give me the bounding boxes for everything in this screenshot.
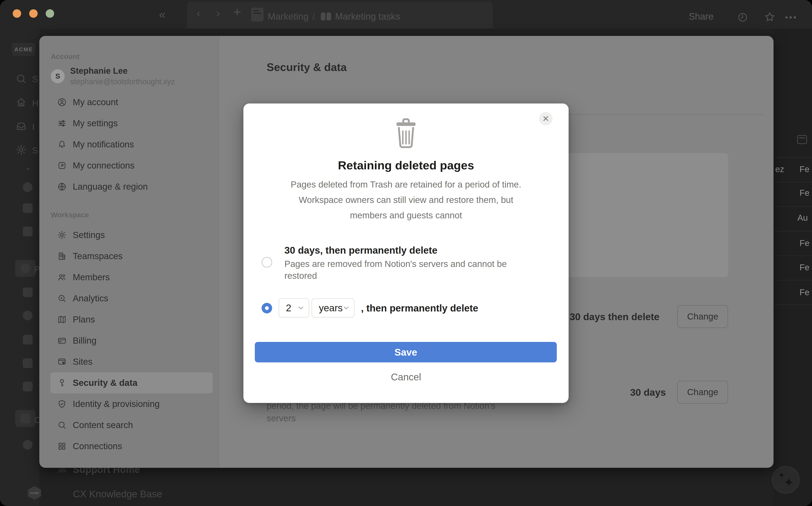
nav-item-label: Security & data (73, 378, 137, 388)
home-icon[interactable] (15, 96, 27, 108)
traffic-light-close[interactable] (13, 9, 21, 18)
ai-assistant-button[interactable]: ✦ ✦ (772, 466, 800, 494)
sidebar-page-highlight[interactable] (15, 410, 36, 427)
nav-item-label: My connections (73, 161, 134, 171)
breadcrumb-page[interactable]: Marketing tasks (335, 12, 400, 21)
nav-item-my-account[interactable]: My account (50, 92, 213, 113)
nav-item-connections[interactable]: Connections (50, 436, 213, 457)
teamspace-icon[interactable] (23, 227, 32, 236)
nav-item-members[interactable]: Members (50, 267, 213, 288)
save-button[interactable]: Save (255, 342, 557, 362)
top-bar: « ‹ › + Marketing / Marketing tasks Shar… (0, 0, 812, 28)
nav-item-label: Content search (73, 420, 133, 430)
inbox-icon[interactable] (15, 120, 27, 132)
settings-gear-icon[interactable] (15, 144, 27, 156)
page-icon-emoji[interactable] (23, 440, 32, 450)
page-icon-emoji[interactable] (23, 335, 32, 344)
calendar-icon (797, 135, 807, 144)
nav-item-label: My account (73, 97, 118, 107)
modal-description-line: Pages deleted from Trash are retained fo… (244, 179, 568, 190)
number-dropdown[interactable]: 2 (279, 299, 309, 317)
modal-description-line: Workspace owners can still view and rest… (244, 195, 568, 205)
nav-item-content-search[interactable]: Content search (50, 415, 213, 436)
map-icon (57, 315, 67, 324)
globe-icon (57, 182, 67, 191)
nav-item-label: Teamspaces (73, 251, 123, 261)
nav-item-language-region[interactable]: Language & region (50, 176, 213, 197)
modal-title: Retaining deleted pages (244, 158, 568, 172)
close-icon[interactable]: ✕ (539, 112, 552, 125)
nav-item-my-notifications[interactable]: My notifications (50, 134, 213, 155)
nav-item-settings[interactable]: Settings (50, 225, 213, 246)
share-button[interactable]: Share (689, 12, 714, 21)
credit-card-icon (57, 336, 67, 345)
unit-dropdown[interactable]: years (312, 299, 354, 317)
sidebar-label-peek: S (32, 74, 38, 84)
chevron-down-icon (343, 306, 349, 310)
traffic-light-zoom[interactable] (46, 9, 54, 18)
nav-item-label: Connections (73, 441, 122, 451)
magnifier-sparkle-icon (57, 293, 67, 303)
new-tab-icon[interactable]: + (233, 7, 241, 16)
modal-description-line: members and guests cannot (244, 210, 568, 221)
workspace-logo[interactable]: ACME (12, 43, 36, 56)
favorite-star-icon[interactable] (764, 11, 775, 23)
table-cell-fragment: ez (775, 165, 784, 174)
option-30-days-subtext: restored (284, 270, 317, 282)
cancel-button[interactable]: Cancel (244, 371, 568, 383)
table-cell-fragment: Fe (800, 188, 809, 198)
nav-item-plans[interactable]: Plans (50, 309, 213, 330)
avatar: S (51, 69, 65, 83)
nav-item-sites[interactable]: Sites (50, 351, 213, 372)
nav-item-label: Analytics (73, 293, 108, 304)
page-icon-emoji[interactable] (23, 358, 32, 368)
sidebar-collapse-icon[interactable]: « (159, 10, 165, 19)
table-cell-fragment: Fe (800, 238, 809, 248)
option-30-days-subtext: Pages are removed from Notion's servers … (284, 258, 507, 270)
nav-item-billing[interactable]: Billing (50, 330, 213, 351)
radio-30-days[interactable] (262, 257, 272, 268)
nav-item-security-data[interactable]: Security & data (50, 372, 213, 394)
clock-icon[interactable] (737, 12, 748, 23)
chevron-down-icon[interactable]: ⌄ (25, 163, 31, 172)
page-icon-emoji[interactable] (23, 382, 32, 391)
sidebar-item-cx-knowledge-base[interactable]: CX Knowledge Base (73, 488, 162, 500)
change-button[interactable]: Change (677, 381, 728, 404)
sparkle-icon: ✦ (784, 475, 794, 490)
nav-item-label: Members (73, 272, 110, 282)
search-icon[interactable] (15, 73, 27, 85)
nav-item-label: My settings (73, 118, 118, 129)
nav-item-identity-provisioning[interactable]: Identity & provisioning (50, 394, 213, 415)
key-icon (57, 378, 67, 388)
breadcrumb-parent[interactable]: Marketing (268, 12, 309, 21)
nav-item-label: Identity & provisioning (73, 399, 160, 409)
teamspace-icon[interactable] (23, 182, 32, 192)
nav-item-teamspaces[interactable]: Teamspaces (50, 246, 213, 267)
nav-item-my-settings[interactable]: My settings (50, 113, 213, 134)
background-table-strip: ez Fe Fe Au Fe Fe Fe (773, 28, 812, 506)
teamspace-icon[interactable] (23, 203, 32, 213)
back-icon[interactable]: ‹ (197, 8, 200, 18)
page-icon-emoji[interactable] (23, 287, 32, 297)
page-icon-emoji[interactable] (23, 311, 32, 320)
breadcrumb: Marketing / Marketing tasks (268, 12, 400, 21)
unit-dropdown-value: years (319, 302, 343, 314)
change-button[interactable]: Change (677, 305, 728, 328)
forward-icon[interactable]: › (216, 8, 220, 18)
sidebar-label-peek: H (32, 98, 39, 108)
more-options-icon[interactable]: ••• (785, 13, 798, 22)
sidebar-page-highlight[interactable] (15, 260, 36, 277)
table-cell-fragment: Fe (800, 287, 809, 297)
arrow-box-icon (57, 161, 67, 170)
sidebar-label-peek: I (32, 122, 35, 132)
radio-custom-period[interactable] (262, 303, 272, 313)
setting-description: servers (267, 412, 296, 424)
retention-modal: ✕ Retaining deleted pages Pages deleted … (244, 103, 568, 403)
user-profile: S Stephanie Lee stephanie@toolsforthough… (51, 66, 213, 86)
option-30-days-label[interactable]: 30 days, then permanently delete (284, 245, 437, 256)
table-cell-fragment: Au (797, 213, 808, 223)
nav-item-my-connections[interactable]: My connections (50, 155, 213, 176)
option-custom-suffix: , then permanently delete (361, 303, 478, 314)
nav-item-analytics[interactable]: Analytics (50, 288, 213, 309)
traffic-light-minimize[interactable] (29, 9, 38, 18)
